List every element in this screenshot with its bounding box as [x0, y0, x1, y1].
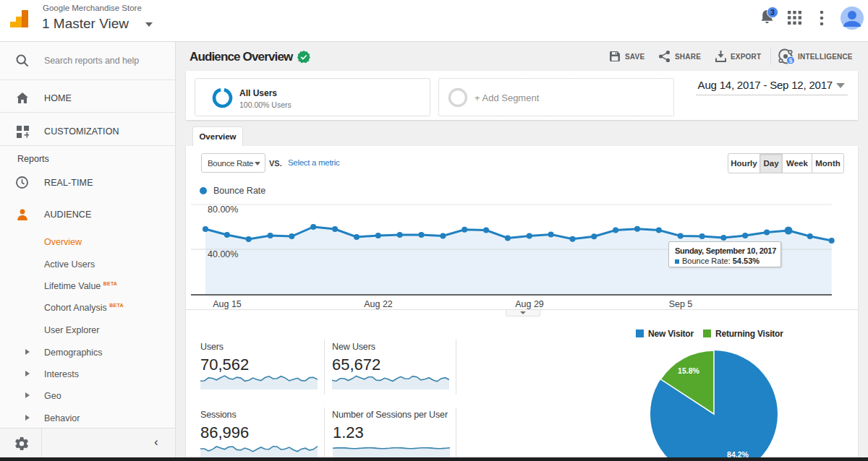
svg-text:40.00%: 40.00% — [208, 249, 238, 259]
svg-text:Aug 15: Aug 15 — [213, 299, 242, 309]
svg-text:Aug 22: Aug 22 — [364, 299, 393, 309]
svg-text:Sep 5: Sep 5 — [669, 299, 693, 309]
svg-text:15.8%: 15.8% — [678, 366, 699, 375]
svg-text:Aug 29: Aug 29 — [515, 299, 544, 309]
svg-text:5: 5 — [789, 57, 793, 64]
svg-text:80.00%: 80.00% — [208, 204, 238, 215]
